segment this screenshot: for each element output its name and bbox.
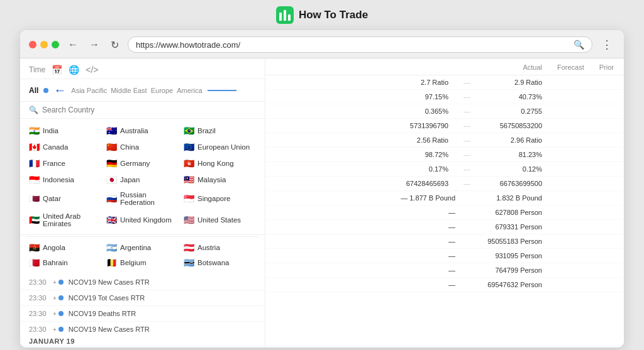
event-name: NCOV19 New Cases RTR: [69, 325, 256, 332]
filter-all-button[interactable]: All: [29, 86, 38, 95]
forecast-value: 81.23%: [486, 151, 542, 158]
forecast-value: 56750853200: [486, 122, 542, 129]
country-item[interactable]: 🇦🇪United Arab Emirates: [26, 211, 104, 229]
country-item[interactable]: 🇪🇺European Union: [181, 140, 258, 154]
flag-icon: 🇮🇩: [29, 175, 40, 185]
url-text: https://www.howtotrade.com/: [136, 40, 569, 50]
actual-value: 0.365%: [392, 107, 448, 115]
country-name: Argentina: [120, 244, 151, 251]
country-item[interactable]: 🇦🇺Australia: [104, 124, 181, 138]
flag-icon: 🇦🇷: [106, 243, 117, 253]
actual-value: 5731396790: [392, 122, 448, 129]
country-item[interactable]: 🇭🇰Hong Kong: [181, 156, 258, 170]
country-item[interactable]: 🇧🇪Belgium: [104, 256, 181, 270]
country-item[interactable]: 🇨🇳China: [104, 140, 181, 154]
country-item[interactable]: 🇦🇷Argentina: [104, 241, 181, 254]
forecast-value: 40.73%: [486, 93, 542, 101]
filter-tab-middle-east[interactable]: Middle East: [111, 87, 147, 94]
country-item[interactable]: 🇦🇹Austria: [181, 241, 258, 254]
country-item[interactable]: 🇶🇦Qatar: [26, 189, 104, 208]
time-label: Time: [29, 65, 45, 74]
search-input[interactable]: [42, 106, 256, 114]
event-dot: [58, 295, 64, 300]
flag-icon: 🇪🇺: [184, 142, 194, 152]
country-name: Singapore: [197, 195, 230, 202]
flag-icon: 🇦🇴: [29, 243, 40, 253]
date-label: JANUARY 19: [20, 332, 265, 347]
right-panel: Actual Forecast Prior 2.7 Ratio — 2.9 Ra…: [265, 58, 624, 347]
filter-tab-europe[interactable]: Europe: [151, 87, 173, 94]
flag-icon: 🇩🇪: [106, 158, 117, 168]
search-icon-small: 🔍: [29, 106, 38, 114]
country-name: Japan: [120, 176, 140, 183]
forecast-value: 0.12%: [486, 165, 542, 173]
separator: —: [464, 79, 470, 86]
globe-icon[interactable]: 🌐: [69, 65, 79, 75]
filter-tab-asia[interactable]: Asia Pacific: [71, 87, 107, 94]
country-item[interactable]: 🇲🇾Malaysia: [181, 173, 258, 187]
flag-icon: 🇺🇸: [184, 215, 194, 225]
forecast-value: 2.96 Ratio: [486, 136, 542, 144]
flag-icon: 🇦🇺: [106, 126, 117, 136]
maximize-button[interactable]: [52, 41, 59, 48]
data-row: 2.7 Ratio — 2.9 Ratio: [265, 75, 624, 90]
refresh-button[interactable]: ↻: [108, 38, 121, 52]
event-row[interactable]: 23:30 + NCOV19 Deaths RTR: [20, 306, 265, 322]
country-name: India: [43, 127, 58, 134]
data-row: — 764799 Person: [265, 263, 624, 278]
more-options-button[interactable]: ⋮: [599, 38, 615, 52]
flag-icon: 🇸🇬: [184, 194, 194, 204]
country-item[interactable]: 🇧🇭Bahrain: [26, 256, 104, 270]
country-item[interactable]: 🇦🇴Angola: [26, 241, 104, 254]
country-item[interactable]: 🇫🇷France: [26, 156, 104, 170]
country-item[interactable]: 🇸🇬Singapore: [181, 189, 258, 208]
flag-icon: 🇫🇷: [29, 158, 40, 168]
country-item[interactable]: 🇮🇳India: [26, 124, 104, 138]
top-bar: How To Trade: [276, 6, 368, 24]
forecast-value: 764799 Person: [486, 266, 542, 274]
country-name: Angola: [43, 244, 65, 251]
separator: —: [464, 136, 470, 144]
country-item[interactable]: 🇯🇵Japan: [104, 173, 181, 187]
event-row[interactable]: 23:30 + NCOV19 Tot Cases RTR: [20, 290, 265, 306]
browser-content: Time 📅 🌐 </> All ← Asia Pacific Middle E…: [20, 58, 624, 347]
minimize-button[interactable]: [40, 41, 48, 48]
event-row[interactable]: 23:30 + NCOV19 New Cases RTR: [20, 275, 265, 290]
data-row: 2.56 Ratio — 2.96 Ratio: [265, 133, 624, 148]
flag-icon: 🇷🇺: [106, 194, 117, 204]
country-item[interactable]: 🇩🇪Germany: [104, 156, 181, 170]
separator: —: [464, 122, 470, 129]
event-name: NCOV19 New Cases RTR: [69, 278, 256, 286]
calendar-icon[interactable]: 📅: [52, 65, 62, 75]
address-bar[interactable]: https://www.howtotrade.com/ 🔍: [128, 36, 592, 53]
filter-row: All ← Asia Pacific Middle East Europe Am…: [20, 79, 265, 102]
country-item[interactable]: 🇺🇸United States: [181, 211, 258, 229]
browser-window: ← → ↻ https://www.howtotrade.com/ 🔍 ⋮ Ti…: [20, 30, 624, 347]
filter-tabs: Asia Pacific Middle East Europe America: [71, 87, 202, 94]
plus-icon: +: [53, 310, 57, 317]
data-row: 67428465693 — 66763699500: [265, 177, 624, 191]
country-item[interactable]: 🇨🇦Canada: [26, 140, 104, 154]
forward-button[interactable]: →: [87, 38, 102, 52]
country-item[interactable]: 🇷🇺Russian Federation: [104, 189, 181, 208]
countries-divider: [26, 236, 258, 237]
event-dot-container: +: [53, 326, 64, 333]
data-row: 98.72% — 81.23%: [265, 148, 624, 162]
country-item[interactable]: 🇧🇼Botswana: [181, 256, 258, 270]
back-button[interactable]: ←: [65, 38, 80, 52]
event-time: 23:30: [29, 310, 48, 317]
country-name: Malaysia: [197, 176, 226, 183]
event-row[interactable]: 23:30 + NCOV19 New Cases RTR: [20, 322, 265, 332]
separator: —: [464, 107, 470, 115]
close-button[interactable]: [29, 41, 36, 48]
country-name: United Arab Emirates: [43, 212, 101, 227]
country-item[interactable]: 🇬🇧United Kingdom: [104, 211, 181, 229]
code-icon[interactable]: </>: [86, 65, 98, 75]
country-item[interactable]: 🇮🇩Indonesia: [26, 173, 104, 187]
country-item[interactable]: 🇧🇷Brazil: [181, 124, 258, 138]
actual-value: —: [399, 266, 455, 274]
event-time: 23:30: [29, 325, 48, 332]
event-dot-container: +: [53, 310, 64, 317]
filter-tab-america[interactable]: America: [177, 87, 202, 94]
country-grid-primary: 🇮🇳India🇦🇺Australia🇧🇷Brazil🇨🇦Canada🇨🇳Chin…: [20, 119, 265, 235]
